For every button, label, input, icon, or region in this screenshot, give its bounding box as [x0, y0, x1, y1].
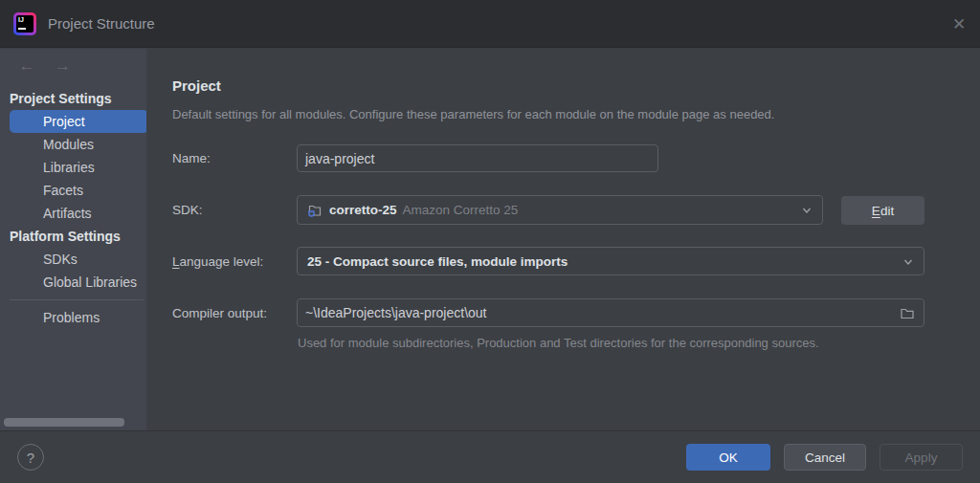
language-level-value: 25 - Compact source files, module import…	[307, 254, 568, 269]
chevron-down-icon	[902, 256, 914, 268]
sdk-combobox[interactable]: corretto-25 Amazon Corretto 25	[297, 195, 823, 225]
edit-rest: dit	[880, 204, 894, 218]
page-title: Project	[172, 77, 221, 94]
language-level-label: Language level:	[172, 254, 263, 269]
page-description: Default settings for all modules. Config…	[172, 107, 774, 121]
sidebar-header-platform-settings: Platform Settings	[0, 225, 146, 248]
sdk-name: corretto-25	[329, 203, 397, 217]
sidebar-item-facets[interactable]: Facets	[0, 179, 146, 202]
horizontal-scrollbar-thumb[interactable]	[4, 418, 124, 427]
sidebar-item-problems[interactable]: Problems	[0, 306, 146, 329]
language-level-label-rest: anguage level:	[180, 254, 264, 269]
language-level-combobox[interactable]: 25 - Compact source files, module import…	[297, 247, 924, 275]
sidebar-item-artifacts[interactable]: Artifacts	[0, 202, 146, 225]
dialog-footer: ? OK Cancel Apply	[0, 430, 980, 483]
sidebar-item-project[interactable]: Project	[10, 110, 146, 133]
history-nav: ← →	[15, 56, 82, 76]
edit-sdk-button[interactable]: Edit	[841, 196, 924, 225]
compiler-output-input[interactable]: ~\IdeaProjects\java-project\out	[297, 298, 924, 327]
ok-button[interactable]: OK	[686, 444, 770, 471]
sidebar-item-global-libraries[interactable]: Global Libraries	[0, 271, 146, 294]
settings-sidebar: ← → Project Settings Project Modules Lib…	[0, 49, 146, 430]
intellij-logo-inner: IJ	[16, 15, 33, 33]
sidebar-item-sdks[interactable]: SDKs	[0, 248, 146, 271]
help-icon[interactable]: ?	[17, 444, 44, 471]
folder-browse-icon[interactable]	[900, 306, 915, 321]
apply-button[interactable]: Apply	[880, 444, 963, 471]
chevron-down-icon	[801, 205, 813, 216]
compiler-output-label: Compiler output:	[172, 306, 267, 320]
titlebar: IJ Project Structure ✕	[0, 0, 980, 48]
compiler-output-hint: Used for module subdirectories, Producti…	[298, 336, 819, 350]
name-label: Name:	[172, 151, 211, 165]
close-icon[interactable]: ✕	[947, 13, 970, 36]
sdk-label: SDK:	[172, 203, 203, 217]
jdk-icon	[307, 203, 323, 218]
back-arrow-icon[interactable]: ←	[15, 56, 38, 76]
project-structure-dialog: IJ Project Structure ✕ ← → Project Setti…	[0, 0, 980, 483]
edit-mnemonic: E	[872, 204, 880, 218]
project-name-input[interactable]: java-project	[297, 144, 658, 172]
sdk-description: Amazon Corretto 25	[403, 203, 519, 217]
language-level-mnemonic: L	[172, 254, 180, 269]
intellij-logo-underscore	[18, 28, 26, 30]
compiler-output-value: ~\IdeaProjects\java-project\out	[305, 305, 487, 320]
project-name-value: java-project	[305, 151, 374, 166]
intellij-logo-letters: IJ	[18, 16, 24, 23]
sidebar-header-project-settings: Project Settings	[0, 87, 146, 110]
forward-arrow-icon[interactable]: →	[51, 56, 74, 76]
sidebar-item-libraries[interactable]: Libraries	[0, 156, 146, 179]
intellij-idea-logo-icon: IJ	[13, 12, 36, 35]
sidebar-list: Project Settings Project Modules Librari…	[0, 87, 146, 329]
sidebar-item-modules[interactable]: Modules	[0, 133, 146, 156]
dialog-title: Project Structure	[48, 15, 155, 32]
project-settings-panel: Project Default settings for all modules…	[146, 49, 980, 430]
cancel-button[interactable]: Cancel	[784, 444, 866, 471]
sidebar-divider	[10, 299, 144, 300]
